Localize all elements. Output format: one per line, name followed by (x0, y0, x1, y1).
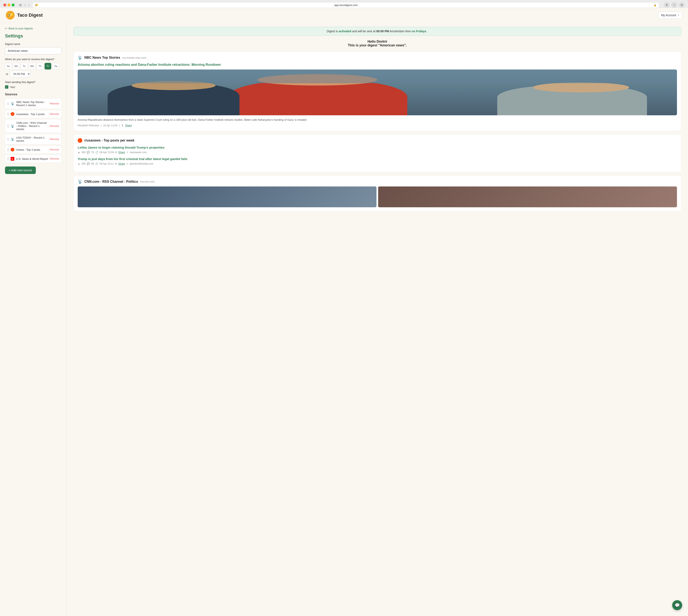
upvotes-2: 290 (81, 162, 86, 165)
source-item-news: r r/news - Top 2 posts Remove (5, 146, 61, 154)
chat-bubble-button[interactable]: 💬 (672, 600, 682, 610)
tabs-icon[interactable]: ⧉ (679, 2, 685, 8)
remove-cnn-button[interactable]: Remove (50, 125, 59, 128)
remove-nbc-button[interactable]: Remove (50, 102, 59, 105)
start-sending-label: Start sending this digest? (5, 81, 61, 84)
start-sending-checkbox[interactable]: ✓ (5, 85, 8, 89)
share-link-2[interactable]: Share (118, 162, 125, 165)
address-bar[interactable]: 🌮 app.tacodigest.com 🔒 (32, 2, 659, 8)
browser-chrome: ⊞ ‹ › 🌮 app.tacodigest.com 🔒 ⬆ + ⧉ (0, 0, 688, 8)
date-2: 09 Apr 16:11 (100, 162, 114, 165)
source-item-usnews: ▶ U.S. News & World Report Remove (5, 155, 61, 163)
digest-name-label: Digest name (5, 42, 61, 46)
status-time: 05:00 PM (376, 29, 389, 33)
close-window-button[interactable] (3, 3, 6, 6)
feed-meta-nbc: Elizabeth Robinson | 10 Apr 11:09 | ⬆ Sh… (78, 124, 677, 127)
source-item-usatoday: 📡 USA TODAY - Recent 1 stories Remove (5, 134, 61, 145)
day-friday-button[interactable]: Fr (45, 63, 51, 69)
feed-source-name-cnn: CNN.com - RSS Channel - Politics (84, 180, 138, 183)
day-monday-button[interactable]: Mo (13, 63, 20, 69)
add-source-label: + Add new source (9, 169, 32, 172)
feed-article-title-nbc[interactable]: Arizona abortion ruling reactions and Da… (78, 62, 677, 67)
lock-icon: 🔒 (654, 4, 657, 6)
back-button[interactable]: ‹ (24, 3, 26, 7)
reddit-post-title-2[interactable]: Trump is just days from his first crimin… (78, 157, 677, 161)
days-selector: Su Mo Tu We Th Fr Sa at 05:00 PM (5, 63, 61, 77)
when-label: When do you want to receive this digest? (5, 58, 61, 61)
browser-controls: ⊞ ‹ › (18, 3, 30, 7)
status-banner: Digest is activated and will be sent at … (73, 27, 681, 36)
drag-handle-usatoday[interactable] (7, 138, 9, 141)
logo-area: 🌮 Taco Digest (6, 11, 43, 20)
chevron-down-icon: ▾ (678, 14, 679, 17)
digest-name-input[interactable] (5, 47, 61, 54)
drag-handle-cnn[interactable] (7, 125, 9, 127)
comments-2: 98 (91, 162, 94, 165)
new-tab-icon[interactable]: + (671, 2, 677, 8)
youtube-icon-usnews: ▶ (10, 157, 14, 161)
minimize-window-button[interactable] (7, 3, 10, 6)
external-icon-2: ↗ (126, 162, 128, 165)
day-thursday-button[interactable]: Th (37, 63, 43, 69)
external-icon-1: ↗ (126, 151, 128, 154)
rss-icon-feed-nbc: 📡 (78, 56, 82, 60)
feed-separator-1: | (101, 124, 102, 127)
greeting-digest: This is your digest "American news". (73, 44, 681, 47)
status-text-pre: Digest is (327, 29, 339, 33)
yes-label: Yes! (10, 86, 15, 89)
browser-nav-icons: ⬆ + ⧉ (664, 2, 685, 8)
feed-header-usanews: r r/usanews - Top posts per week (78, 138, 677, 143)
remove-usanews-button[interactable]: Remove (50, 113, 59, 115)
day-saturday-button[interactable]: Sa (52, 63, 59, 69)
account-button[interactable]: My Account ▾ (658, 12, 682, 19)
forward-button[interactable]: › (28, 3, 30, 7)
domain-1: newsweek.com (130, 151, 147, 154)
share-icon[interactable]: ⬆ (664, 2, 670, 8)
drag-handle-nbc[interactable] (7, 103, 9, 105)
reddit-post-title-1[interactable]: Letitia James to begin claiming Donald T… (78, 145, 677, 150)
reddit-icon-usanews: r (10, 112, 14, 116)
day-tuesday-button[interactable]: Tu (21, 63, 27, 69)
feed-separator-2: | (119, 124, 120, 127)
share-link-1[interactable]: Share (118, 151, 125, 154)
day-wednesday-button[interactable]: We (29, 63, 36, 69)
day-sunday-button[interactable]: Su (5, 63, 12, 69)
add-source-button[interactable]: + Add new source (5, 167, 36, 174)
greeting-area: Hello Dmitrii This is your digest "Ameri… (73, 40, 681, 47)
back-to-digests-link[interactable]: ↩ Back to your digests (5, 27, 61, 30)
drag-handle-usanews[interactable] (7, 113, 9, 115)
source-item-cnn: 📡 CNN.com - RSS Channel - Politics - Rec… (5, 119, 61, 133)
reddit-post-meta-1: ▲ 300 💬 79 🕐 08 Apr 15:09 ⬆ Share ↗ news… (78, 151, 677, 154)
drag-handle-usnews[interactable] (7, 157, 9, 160)
url-text: app.tacodigest.com (40, 3, 652, 7)
cnn-images (78, 186, 677, 207)
source-name-usatoday: USA TODAY - Recent 1 stories (16, 136, 48, 142)
comment-icon-2: 💬 (87, 162, 90, 165)
maximize-window-button[interactable] (12, 3, 15, 6)
upvote-icon-1: ▲ (78, 151, 80, 154)
browser-titlebar: ⊞ ‹ › 🌮 app.tacodigest.com 🔒 ⬆ + ⧉ (3, 2, 685, 8)
upvotes-1: 300 (81, 151, 86, 154)
clock-icon-2: 🕐 (95, 162, 98, 165)
tab-switcher-button[interactable]: ⊞ (18, 3, 22, 7)
logo-icon: 🌮 (6, 11, 15, 20)
feed-share-link-nbc[interactable]: Share (125, 124, 132, 127)
status-text-end: . (427, 29, 428, 33)
upvote-icon-2: ▲ (78, 162, 80, 165)
drag-handle-news[interactable] (7, 148, 9, 151)
comment-icon-1: 💬 (87, 151, 90, 154)
feed-card-usanews: r r/usanews - Top posts per week Letitia… (73, 134, 681, 172)
remove-usatoday-button[interactable]: Remove (50, 138, 59, 141)
date-1: 08 Apr 15:09 (100, 151, 114, 154)
reddit-post-meta-2: ▲ 290 💬 98 🕐 09 Apr 16:11 ⬆ Share ↗ ghen… (78, 162, 677, 165)
greeting-hello: Hello Dmitrii (73, 40, 681, 44)
share-icon-2: ⬆ (115, 162, 117, 165)
remove-usnews-button[interactable]: Remove (50, 157, 59, 160)
back-link-text: Back to your digests (8, 27, 33, 30)
remove-news-button[interactable]: Remove (50, 148, 59, 151)
time-select[interactable]: 05:00 PM (10, 71, 30, 77)
status-text-mid2: Amsterdam time (390, 29, 412, 33)
traffic-lights (3, 3, 15, 6)
sidebar: ↩ Back to your digests Settings Digest n… (0, 23, 67, 616)
right-content: Digest is activated and will be sent at … (67, 23, 688, 616)
